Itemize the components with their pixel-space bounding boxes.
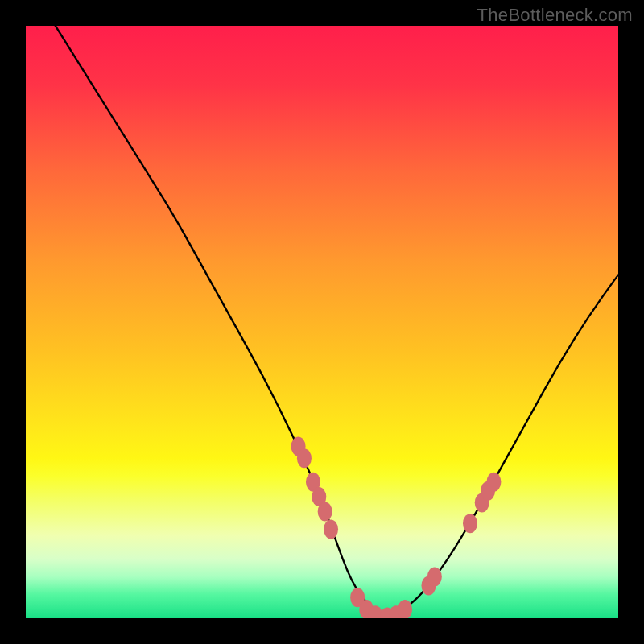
chart-stage: TheBottleneck.com [0,0,644,644]
curve-marker [324,520,338,539]
frame [0,618,644,644]
curve-marker [427,567,442,586]
chart-svg [0,0,644,644]
curve-marker [486,473,501,492]
curve-marker [318,502,332,522]
curve-marker [297,448,312,468]
plot-background [26,26,618,618]
watermark-text: TheBottleneck.com [477,5,633,26]
frame [0,0,26,644]
frame [618,0,644,644]
curve-marker [463,514,477,533]
curve-marker [398,600,412,619]
